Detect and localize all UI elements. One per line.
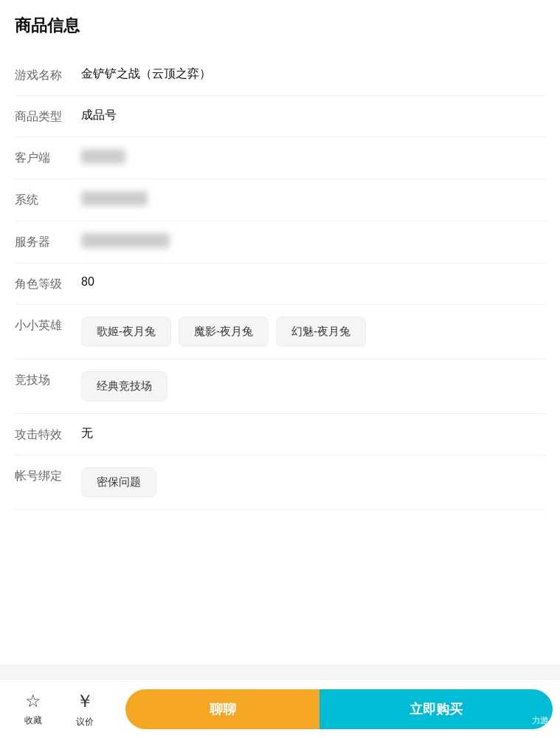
buy-button[interactable]: 立即购买 力游 — [319, 689, 553, 729]
field-value — [81, 233, 545, 251]
tag-item: 魔影-夜月兔 — [179, 317, 269, 347]
field-label: 小小英雄 — [15, 317, 81, 334]
buy-label: 立即购买 — [409, 700, 463, 718]
field-label: 游戏名称 — [15, 66, 81, 83]
price-label: 议价 — [76, 716, 94, 728]
field-value: 歌姬-夜月兔魔影-夜月兔幻魅-夜月兔 — [81, 317, 545, 347]
info-row: 竞技场经典竞技场 — [15, 359, 545, 414]
field-label: 帐号绑定 — [15, 467, 81, 484]
info-row: 系统 — [15, 179, 545, 221]
field-label: 系统 — [15, 191, 81, 208]
main-container: 商品信息 游戏名称金铲铲之战（云顶之弈）商品类型成品号客户端系统服务器角色等级8… — [0, 0, 560, 664]
chat-button[interactable]: 聊聊 — [125, 689, 319, 729]
field-value: 密保问题 — [81, 467, 545, 497]
info-row: 游戏名称金铲铲之战（云顶之弈） — [15, 55, 545, 96]
tag-item: 经典竞技场 — [81, 371, 167, 401]
field-label: 攻击特效 — [15, 426, 81, 443]
tag-container: 密保问题 — [81, 467, 545, 497]
blurred-value — [81, 149, 125, 164]
field-value: 经典竞技场 — [81, 371, 545, 401]
info-row: 商品类型成品号 — [15, 96, 545, 137]
tag-item: 幻魅-夜月兔 — [276, 317, 366, 347]
watermark: 力游 — [532, 715, 548, 726]
field-value: 金铲铲之战（云顶之弈） — [81, 66, 545, 82]
blurred-value — [81, 233, 170, 248]
info-row: 客户端 — [15, 137, 545, 179]
page-title: 商品信息 — [15, 15, 545, 37]
field-value — [81, 149, 545, 167]
tag-item: 密保问题 — [81, 467, 156, 497]
field-label: 服务器 — [15, 233, 81, 250]
info-row: 帐号绑定密保问题 — [15, 455, 545, 510]
field-label: 竞技场 — [15, 371, 81, 388]
info-row: 角色等级80 — [15, 263, 545, 305]
collect-button[interactable]: ☆ 收藏 — [7, 691, 59, 727]
bottom-bar: ☆ 收藏 ￥ 议价 聊聊 立即购买 力游 — [0, 679, 560, 738]
field-label: 角色等级 — [15, 275, 81, 292]
tag-container: 歌姬-夜月兔魔影-夜月兔幻魅-夜月兔 — [81, 317, 545, 347]
info-row: 服务器 — [15, 221, 545, 263]
field-label: 商品类型 — [15, 108, 81, 125]
info-row: 攻击特效无 — [15, 414, 545, 455]
tag-container: 经典竞技场 — [81, 371, 545, 401]
collect-label: 收藏 — [24, 714, 42, 727]
field-value: 80 — [81, 275, 545, 289]
bottom-actions-left: ☆ 收藏 ￥ 议价 — [0, 689, 118, 728]
field-value — [81, 191, 545, 209]
blurred-value — [81, 191, 148, 206]
field-label: 客户端 — [15, 149, 81, 166]
star-icon: ☆ — [25, 691, 41, 711]
price-icon: ￥ — [76, 689, 94, 713]
field-value: 成品号 — [81, 108, 545, 123]
bottom-buttons: 聊聊 立即购买 力游 — [125, 689, 553, 729]
field-value: 无 — [81, 426, 545, 441]
info-row: 小小英雄歌姬-夜月兔魔影-夜月兔幻魅-夜月兔 — [15, 305, 545, 359]
price-button[interactable]: ￥ 议价 — [59, 689, 111, 728]
tag-item: 歌姬-夜月兔 — [81, 317, 171, 347]
